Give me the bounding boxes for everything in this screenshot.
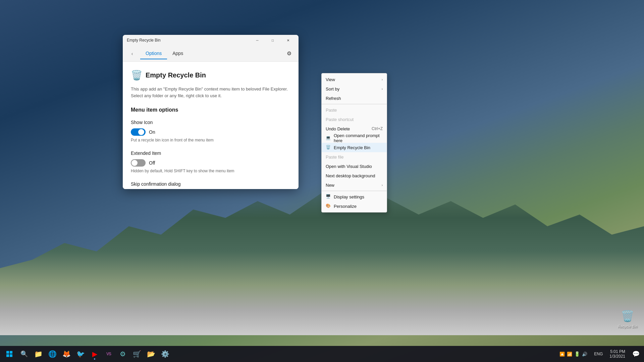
ctx-paste[interactable]: Paste: [322, 105, 387, 115]
option-extended-item: Extended Item Off Hidden by default, Hol…: [131, 150, 290, 173]
app-content: 🗑️ Empty Recycle Bin This app add an "Em…: [123, 62, 299, 189]
ctx-paste-shortcut[interactable]: Paste shortcut: [322, 115, 387, 124]
ctx-paste-file[interactable]: Paste file: [322, 152, 387, 162]
app-title: Empty Recycle Bin: [146, 71, 206, 79]
app-description: This app add an "Empty Recycle Bin" cont…: [131, 86, 290, 99]
back-button[interactable]: ‹: [127, 48, 138, 59]
app-header: 🗑️ Empty Recycle Bin: [131, 70, 290, 80]
taskbar-clock[interactable]: 5:01 PM 1/3/2021: [607, 349, 628, 359]
tab-options[interactable]: Options: [140, 48, 167, 59]
ctx-display-settings[interactable]: 🖥️ Display settings: [322, 192, 387, 201]
toggle-show-icon-row: On: [131, 128, 290, 136]
ctx-view[interactable]: View ›: [322, 75, 387, 84]
ctx-view-label: View: [326, 77, 335, 82]
ctx-sort-by-arrow: ›: [382, 87, 383, 91]
option-show-icon-label: Show Icon: [131, 120, 290, 125]
ctx-open-vs[interactable]: Open with Visual Studio: [322, 162, 387, 171]
app-icon: 🗑️: [131, 70, 142, 80]
taskbar-icons: 🔍 📁 🌐 🦊 🐦 ▶ VS ⚙ 🛒 📂 ⚙️: [17, 347, 172, 361]
language-indicator[interactable]: ENG: [593, 352, 604, 356]
ctx-paste-label: Paste: [326, 108, 337, 113]
notification-button[interactable]: 💬: [631, 347, 641, 361]
ctx-new-arrow: ›: [382, 183, 383, 187]
description-line2: Select any folder or any file, right cli…: [131, 93, 222, 98]
taskbar-dev-tools[interactable]: ⚙: [116, 347, 129, 361]
ctx-undo-delete-shortcut: Ctrl+Z: [372, 126, 383, 131]
taskbar: 🔍 📁 🌐 🦊 🐦 ▶ VS ⚙ 🛒 📂 ⚙️ 🔼 📶 🔋 🔊 ENG 5:01…: [0, 346, 644, 362]
nav-tabs: Options Apps: [140, 48, 189, 59]
taskbar-right: 🔼 📶 🔋 🔊 ENG 5:01 PM 1/3/2021 💬: [557, 347, 641, 361]
ctx-separator-1: [322, 104, 387, 104]
ctx-new[interactable]: New ›: [322, 180, 387, 190]
start-button[interactable]: [3, 347, 16, 361]
toggle-extended[interactable]: [131, 159, 146, 167]
tab-apps[interactable]: Apps: [167, 48, 189, 59]
ctx-empty-recycle-bin[interactable]: 🗑️ Empty Recycle Bin: [322, 143, 387, 152]
recycle-bin-desktop-label: Recycle Bin: [618, 324, 637, 328]
volume-icon[interactable]: 🔊: [582, 352, 587, 357]
option-extended-desc: Hidden by default, Hold SHIFT key to sho…: [131, 169, 290, 173]
ctx-open-vs-label: Open with Visual Studio: [326, 164, 372, 169]
taskbar-settings[interactable]: ⚙️: [158, 347, 172, 361]
toggle-extended-row: Off: [131, 159, 290, 167]
taskbar-files[interactable]: 📂: [144, 347, 158, 361]
recycle-bin-icon: 🗑️: [326, 145, 331, 150]
ctx-sort-by-label: Sort by: [326, 86, 339, 92]
ctx-personalize[interactable]: 🎨 Personalize: [322, 201, 387, 211]
minimize-button[interactable]: ─: [250, 35, 265, 46]
option-skip-confirm-label: Skip confirmation dialog: [131, 181, 290, 187]
recycle-bin-icon-img: 🗑️: [621, 310, 634, 323]
ctx-new-label: New: [326, 183, 334, 188]
battery-icon[interactable]: 🔋: [574, 351, 580, 357]
taskbar-file-explorer[interactable]: 📁: [32, 347, 45, 361]
ctx-next-desktop-bg[interactable]: Next desktop background: [322, 171, 387, 180]
clock-time: 5:01 PM: [610, 349, 625, 354]
taskbar-search[interactable]: 🔍: [17, 347, 31, 361]
nav-bar: ‹ Options Apps ⚙: [123, 46, 299, 62]
section-title: Menu item options: [131, 107, 290, 113]
toggle-show-icon[interactable]: [131, 128, 146, 136]
cmd-icon: 💻: [326, 135, 331, 141]
taskbar-visual-studio[interactable]: VS: [102, 347, 115, 361]
title-bar: Empty Recycle Bin ─ □ ✕: [123, 35, 299, 46]
recycle-bin-desktop-icon[interactable]: 🗑️ Recycle Bin: [616, 308, 639, 330]
ctx-undo-delete[interactable]: Undo Delete Ctrl+Z: [322, 124, 387, 133]
window-title: Empty Recycle Bin: [127, 38, 161, 43]
description-line1: This app add an "Empty Recycle Bin" cont…: [131, 86, 288, 92]
settings-gear-button[interactable]: ⚙: [284, 48, 294, 59]
desktop: Empty Recycle Bin ─ □ ✕ ‹ Options Apps ⚙…: [0, 0, 644, 362]
ctx-paste-shortcut-label: Paste shortcut: [326, 117, 354, 122]
ctx-refresh-label: Refresh: [326, 96, 341, 101]
ctx-separator-2: [322, 191, 387, 191]
ctx-display-settings-label: Display settings: [334, 194, 364, 199]
taskbar-system-icons: 🔼 📶 🔋 🔊: [557, 351, 590, 357]
option-skip-confirm: Skip confirmation dialog Hold "SHIFT" ke…: [131, 181, 290, 189]
clock-date: 1/3/2021: [609, 354, 625, 359]
notification-icon: 💬: [632, 350, 640, 358]
display-settings-icon: 🖥️: [326, 194, 331, 199]
taskbar-youtube[interactable]: ▶: [88, 347, 101, 361]
ctx-next-desktop-bg-label: Next desktop background: [326, 173, 375, 178]
ctx-open-cmd[interactable]: 💻 Open command prompt here: [322, 133, 387, 143]
taskbar-firefox[interactable]: 🦊: [60, 347, 73, 361]
option-show-icon-desc: Put a recycle bin icon in front of the m…: [131, 138, 290, 142]
taskbar-store[interactable]: 🛒: [130, 347, 144, 361]
toggle-extended-state: Off: [149, 160, 155, 166]
ctx-open-cmd-label: Open command prompt here: [334, 133, 383, 143]
network-icon[interactable]: 📶: [567, 352, 572, 357]
windows-logo-icon: [6, 351, 12, 357]
ctx-refresh[interactable]: Refresh: [322, 94, 387, 103]
ctx-sort-by[interactable]: Sort by ›: [322, 84, 387, 94]
show-hidden-icons[interactable]: 🔼: [559, 352, 565, 357]
taskbar-edge[interactable]: 🌐: [46, 347, 59, 361]
taskbar-twitter[interactable]: 🐦: [74, 347, 87, 361]
ctx-view-arrow: ›: [382, 78, 383, 81]
ctx-undo-delete-label: Undo Delete: [326, 126, 350, 131]
app-window: Empty Recycle Bin ─ □ ✕ ‹ Options Apps ⚙…: [123, 35, 299, 189]
ctx-personalize-label: Personalize: [334, 204, 357, 209]
close-button[interactable]: ✕: [280, 35, 296, 46]
ctx-empty-recycle-bin-label: Empty Recycle Bin: [334, 145, 370, 150]
maximize-button[interactable]: □: [265, 35, 280, 46]
option-show-icon: Show Icon On Put a recycle bin icon in f…: [131, 120, 290, 142]
title-controls: ─ □ ✕: [250, 35, 296, 46]
